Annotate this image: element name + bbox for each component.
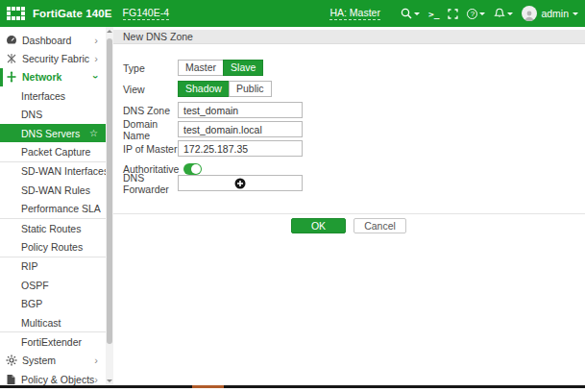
sidebar-item-sdwan-interfaces[interactable]: SD-WAN Interfaces xyxy=(0,162,106,181)
fortigate-window: FortiGate 140E FG140E-4 HA: Master >_ ? xyxy=(0,0,585,392)
authoritative-toggle[interactable] xyxy=(183,163,202,175)
sidebar-item-sdwan-rules[interactable]: SD-WAN Rules xyxy=(0,181,106,199)
policy-objects-icon xyxy=(5,374,17,385)
dns-zone-input[interactable] xyxy=(178,102,303,118)
add-icon xyxy=(234,178,246,189)
fullscreen-button[interactable] xyxy=(448,9,458,19)
scroll-up-icon[interactable] xyxy=(107,30,112,33)
sidebar-item-dns[interactable]: DNS xyxy=(0,106,106,124)
hostname-link[interactable]: FG140E-4 xyxy=(123,7,169,20)
sidebar-item-network[interactable]: Network › xyxy=(0,68,106,86)
cli-icon: >_ xyxy=(428,9,439,19)
caret-down-icon xyxy=(414,12,420,18)
chevron-right-icon: › xyxy=(94,355,106,366)
sidebar-item-static-routes[interactable]: Static Routes xyxy=(0,219,106,237)
fullscreen-icon xyxy=(448,9,458,19)
dns-zone-label: DNS Zone xyxy=(123,105,178,116)
ip-of-master-label: IP of Master xyxy=(123,143,178,155)
user-icon xyxy=(524,10,535,21)
nav-sidebar: Dashboard › Security Fabric › xyxy=(0,27,113,385)
sidebar-item-policy-routes[interactable]: Policy Routes xyxy=(0,237,106,256)
fortinet-logo-icon xyxy=(7,7,27,21)
sidebar-item-bgp[interactable]: BGP xyxy=(0,294,106,312)
scrollbar-thumb[interactable] xyxy=(107,38,112,344)
caret-down-icon xyxy=(479,12,485,18)
sidebar-item-interfaces[interactable]: Interfaces xyxy=(0,86,106,105)
type-option-master[interactable]: Master xyxy=(178,60,224,76)
window-bottom-edge xyxy=(0,385,585,388)
chevron-down-icon: › xyxy=(90,76,102,80)
bell-icon xyxy=(494,8,505,19)
help-button[interactable]: ? xyxy=(467,9,485,19)
dns-forwarder-add-box[interactable] xyxy=(178,175,303,191)
footer-divider xyxy=(113,213,585,214)
notifications-button[interactable] xyxy=(494,8,513,19)
form-row-ip-of-master: IP of Master xyxy=(123,140,303,157)
sidebar-item-performance-sla[interactable]: Performance SLA xyxy=(0,200,106,218)
caret-down-icon xyxy=(573,12,578,18)
sidebar-item-dns-servers[interactable]: DNS Servers ☆ xyxy=(0,124,106,142)
sidebar-item-rip[interactable]: RIP xyxy=(0,257,106,276)
form-row-dns-zone: DNS Zone xyxy=(123,102,303,118)
chevron-right-icon: › xyxy=(94,53,106,64)
sidebar-item-system[interactable]: System › xyxy=(0,352,106,370)
search-icon xyxy=(401,8,412,19)
form-row-dns-forwarder: DNS Forwarder xyxy=(123,175,303,191)
cancel-button[interactable]: Cancel xyxy=(353,218,406,233)
ip-of-master-input[interactable] xyxy=(178,140,303,157)
type-option-slave[interactable]: Slave xyxy=(223,60,263,76)
scroll-down-icon[interactable] xyxy=(107,380,112,382)
view-option-shadow[interactable]: Shadow xyxy=(178,81,230,97)
taskbar-accent xyxy=(192,385,224,388)
form-row-view: View Shadow Public xyxy=(123,81,272,97)
type-label: Type xyxy=(123,62,178,74)
sidebar-item-fortiextender[interactable]: FortiExtender xyxy=(0,332,106,351)
gear-icon xyxy=(5,355,18,366)
user-menu-button[interactable]: admin xyxy=(537,8,578,19)
username-label: admin xyxy=(541,8,569,19)
sidebar-item-security-fabric[interactable]: Security Fabric › xyxy=(0,49,106,67)
form-row-domain-name: Domain Name xyxy=(123,121,303,137)
caret-down-icon xyxy=(507,12,513,18)
sidebar-scrollbar[interactable] xyxy=(106,27,113,385)
search-button[interactable] xyxy=(401,8,420,19)
device-model-title: FortiGate 140E xyxy=(33,8,112,19)
dashboard-icon xyxy=(5,35,18,46)
domain-name-label: Domain Name xyxy=(123,118,178,141)
security-fabric-icon xyxy=(5,53,18,64)
top-bar: FortiGate 140E FG140E-4 HA: Master >_ ? xyxy=(0,0,585,27)
sidebar-item-dashboard[interactable]: Dashboard › xyxy=(0,31,106,49)
sidebar-item-ospf[interactable]: OSPF xyxy=(0,276,106,294)
favorite-star-icon[interactable]: ☆ xyxy=(89,128,106,138)
chevron-right-icon: › xyxy=(94,35,106,46)
sidebar-item-packet-capture[interactable]: Packet Capture xyxy=(0,142,106,160)
view-segmented-control: Shadow Public xyxy=(178,81,272,97)
type-segmented-control: Master Slave xyxy=(178,60,263,76)
ha-status-badge[interactable]: HA: Master xyxy=(329,7,380,20)
domain-name-input[interactable] xyxy=(178,121,303,137)
content-pane: New DNS Zone Type Master Slave View Shad… xyxy=(113,27,585,385)
page-title-bar: New DNS Zone xyxy=(113,30,585,44)
dns-forwarder-label: DNS Forwarder xyxy=(123,172,178,195)
view-label: View xyxy=(123,84,178,95)
ok-button[interactable]: OK xyxy=(291,218,346,233)
help-icon: ? xyxy=(467,9,477,19)
view-option-public[interactable]: Public xyxy=(229,81,272,97)
network-icon xyxy=(5,71,18,83)
sidebar-item-multicast[interactable]: Multicast xyxy=(0,313,106,331)
form-row-type: Type Master Slave xyxy=(123,60,263,76)
cli-console-button[interactable]: >_ xyxy=(428,9,439,19)
chevron-right-icon: › xyxy=(94,374,106,385)
page-title: New DNS Zone xyxy=(123,31,193,42)
avatar[interactable] xyxy=(522,6,537,21)
